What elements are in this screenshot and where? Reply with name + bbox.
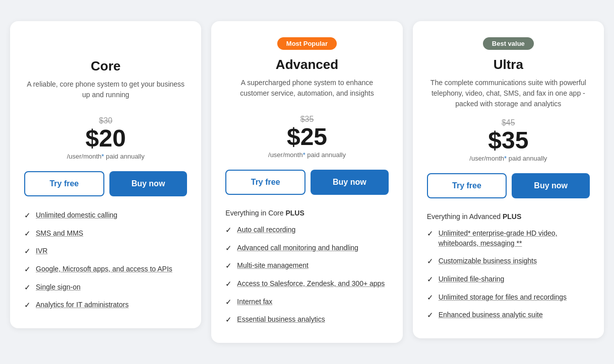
- checkmark-icon: ✓: [24, 247, 31, 256]
- feature-item: ✓Unlimited* enterprise-grade HD video, w…: [427, 229, 590, 248]
- checkmark-icon: ✓: [225, 226, 232, 235]
- advanced-price-original: $35: [225, 115, 388, 124]
- feature-item: ✓SMS and MMS: [24, 229, 187, 239]
- checkmark-icon: ✓: [427, 275, 434, 284]
- checkmark-icon: ✓: [225, 244, 232, 253]
- feature-item: ✓Customizable business insights: [427, 256, 590, 266]
- feature-item: ✓Single sign-on: [24, 282, 187, 293]
- ultra-price-per: /user/month* paid annually: [427, 155, 590, 162]
- checkmark-icon: ✓: [225, 279, 232, 288]
- plan-card-advanced: Most PopularAdvancedA supercharged phone…: [211, 21, 402, 343]
- feature-text: Unlimited storage for files and recordin…: [439, 293, 567, 303]
- feature-item: ✓Unlimited domestic calling: [24, 210, 187, 221]
- feature-text: Customizable business insights: [439, 256, 537, 266]
- ultra-plan-name: Ultra: [427, 57, 590, 72]
- ultra-try-free-button[interactable]: Try free: [427, 173, 507, 198]
- checkmark-icon: ✓: [225, 298, 232, 307]
- advanced-plan-name: Advanced: [225, 57, 388, 72]
- ultra-button-row: Try freeBuy now: [427, 173, 590, 198]
- feature-text: Unlimited file-sharing: [439, 274, 505, 284]
- checkmark-icon: ✓: [225, 315, 232, 324]
- checkmark-icon: ✓: [427, 311, 434, 320]
- advanced-plus-label: Everything in Core PLUS: [225, 209, 388, 217]
- pricing-container: CoreA reliable, core phone system to get…: [10, 21, 604, 343]
- core-price-main: $20: [24, 126, 187, 151]
- checkmark-icon: ✓: [24, 265, 31, 274]
- feature-text: Unlimited domestic calling: [36, 210, 117, 221]
- core-buy-now-button[interactable]: Buy now: [109, 171, 188, 196]
- feature-item: ✓Unlimited file-sharing: [427, 274, 590, 284]
- ultra-plan-description: The complete communications suite with p…: [427, 78, 590, 109]
- ultra-price-original: $45: [427, 118, 590, 127]
- advanced-feature-list: ✓Auto call recording✓Advanced call monit…: [225, 225, 388, 325]
- advanced-plan-description: A supercharged phone system to enhance c…: [225, 78, 388, 106]
- advanced-price-main: $25: [225, 125, 388, 149]
- checkmark-icon: ✓: [24, 211, 31, 220]
- core-try-free-button[interactable]: Try free: [24, 171, 104, 196]
- ultra-feature-list: ✓Unlimited* enterprise-grade HD video, w…: [427, 229, 590, 320]
- ultra-price-main: $35: [427, 128, 590, 153]
- feature-text: Multi-site management: [237, 261, 309, 271]
- feature-item: ✓Multi-site management: [225, 261, 388, 271]
- plan-card-ultra: Best valueUltraThe complete communicatio…: [413, 21, 604, 338]
- feature-item: ✓Essential business analytics: [225, 315, 388, 325]
- core-price-per: /user/month* paid annually: [24, 153, 187, 160]
- plan-card-core: CoreA reliable, core phone system to get…: [10, 21, 201, 328]
- checkmark-icon: ✓: [427, 257, 434, 266]
- badge-wrap: [24, 37, 187, 51]
- feature-item: ✓Internet fax: [225, 297, 388, 307]
- feature-item: ✓IVR: [24, 246, 187, 256]
- feature-text: Advanced call monitoring and handling: [237, 243, 358, 253]
- advanced-try-free-button[interactable]: Try free: [225, 170, 305, 195]
- advanced-button-row: Try freeBuy now: [225, 170, 388, 195]
- checkmark-icon: ✓: [24, 283, 31, 292]
- ultra-buy-now-button[interactable]: Buy now: [512, 173, 590, 198]
- core-button-row: Try freeBuy now: [24, 171, 187, 196]
- core-feature-list: ✓Unlimited domestic calling✓SMS and MMS✓…: [24, 210, 187, 310]
- checkmark-icon: ✓: [225, 261, 232, 270]
- checkmark-icon: ✓: [24, 229, 31, 238]
- feature-text: Analytics for IT administrators: [36, 300, 129, 310]
- feature-text: IVR: [36, 246, 47, 256]
- feature-text: Essential business analytics: [237, 315, 325, 325]
- feature-text: Internet fax: [237, 297, 272, 307]
- checkmark-icon: ✓: [427, 229, 434, 238]
- ultra-badge: Best value: [483, 37, 534, 50]
- feature-text: Unlimited* enterprise-grade HD video, wh…: [439, 229, 590, 248]
- checkmark-icon: ✓: [427, 293, 434, 302]
- advanced-price-per: /user/month* paid annually: [225, 151, 388, 159]
- feature-item: ✓Enhanced business analytic suite: [427, 310, 590, 320]
- ultra-plus-label: Everything in Advanced PLUS: [427, 212, 590, 221]
- feature-text: Google, Microsoft apps, and access to AP…: [36, 264, 172, 274]
- feature-item: ✓Analytics for IT administrators: [24, 300, 187, 310]
- feature-item: ✓Unlimited storage for files and recordi…: [427, 293, 590, 303]
- feature-item: ✓Google, Microsoft apps, and access to A…: [24, 264, 187, 274]
- feature-text: Auto call recording: [237, 225, 295, 235]
- badge-wrap: Best value: [427, 37, 590, 57]
- badge-placeholder: [24, 37, 187, 51]
- core-plan-name: Core: [24, 58, 187, 74]
- feature-text: Access to Salesforce, Zendesk, and 300+ …: [237, 279, 385, 289]
- feature-item: ✓Access to Salesforce, Zendesk, and 300+…: [225, 279, 388, 289]
- feature-item: ✓Advanced call monitoring and handling: [225, 243, 388, 253]
- feature-text: Single sign-on: [36, 282, 81, 293]
- core-price-original: $30: [24, 116, 187, 125]
- feature-text: SMS and MMS: [36, 229, 83, 239]
- badge-wrap: Most Popular: [225, 37, 388, 57]
- feature-text: Enhanced business analytic suite: [439, 310, 543, 320]
- advanced-buy-now-button[interactable]: Buy now: [311, 170, 389, 195]
- feature-item: ✓Auto call recording: [225, 225, 388, 235]
- advanced-badge: Most Popular: [277, 37, 337, 50]
- checkmark-icon: ✓: [24, 301, 31, 310]
- core-plan-description: A reliable, core phone system to get you…: [24, 79, 187, 107]
